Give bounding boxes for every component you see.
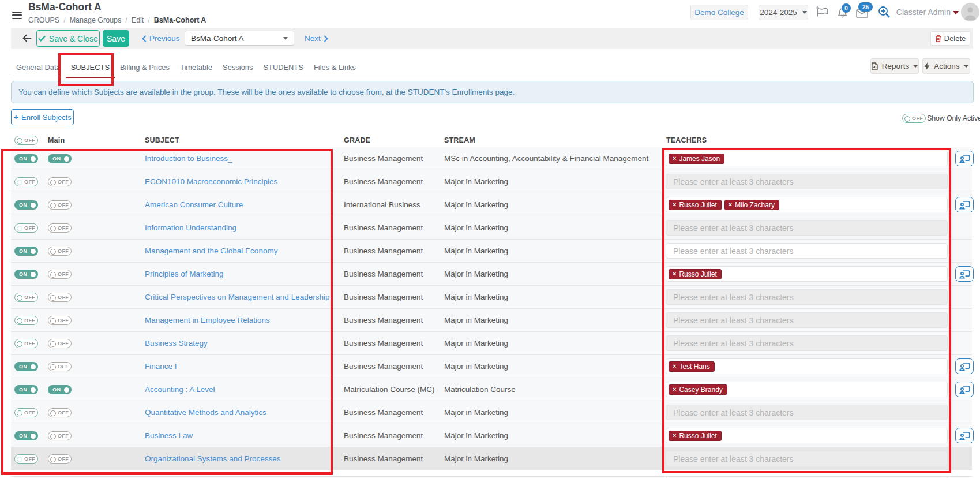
subject-link[interactable]: Management and the Global Economy <box>145 240 277 262</box>
subject-active-toggle[interactable]: OFF <box>14 454 38 464</box>
breadcrumb-item[interactable]: GROUPS <box>28 16 59 24</box>
remove-teacher-icon[interactable]: × <box>729 201 732 208</box>
subject-active-toggle[interactable]: ON <box>14 154 38 163</box>
subject-main-toggle[interactable]: OFF <box>48 339 72 348</box>
remove-teacher-icon[interactable]: × <box>673 155 676 162</box>
subject-link[interactable]: Accounting : A Level <box>145 378 215 401</box>
subject-link[interactable]: Management in Employee Relations <box>145 309 270 331</box>
teacher-chip[interactable]: ×Test Hans <box>669 361 715 372</box>
back-arrow-button[interactable] <box>22 33 32 43</box>
reports-dropdown-button[interactable]: Reports <box>870 58 919 74</box>
subject-active-toggle[interactable]: ON <box>14 385 38 394</box>
subject-link[interactable]: Business Law <box>145 424 193 447</box>
teachers-select-input[interactable]: ×Russo Juliet <box>666 266 948 282</box>
show-only-active-toggle[interactable]: OFF <box>902 114 926 123</box>
teachers-select-input[interactable]: Please enter at least 3 characters <box>666 312 948 328</box>
subject-main-toggle[interactable]: OFF <box>48 431 72 440</box>
teachers-select-input[interactable]: Please enter at least 3 characters <box>666 335 948 351</box>
breadcrumb-item[interactable]: Edit <box>132 16 144 24</box>
teachers-select-input[interactable]: Please enter at least 3 characters <box>666 243 948 259</box>
teacher-chip[interactable]: ×Casey Brandy <box>669 384 727 395</box>
subject-main-toggle[interactable]: OFF <box>48 270 72 279</box>
subject-active-toggle[interactable]: ON <box>14 247 38 256</box>
save-and-close-button[interactable]: Save & Close <box>36 30 100 47</box>
subject-main-toggle[interactable]: ON <box>48 154 72 163</box>
teachers-select-input[interactable]: Please enter at least 3 characters <box>666 405 948 420</box>
subject-main-toggle[interactable]: OFF <box>48 177 72 186</box>
teacher-chip[interactable]: ×Milo Zachary <box>724 200 779 210</box>
institute-button[interactable]: Demo College <box>690 5 748 20</box>
teachers-select-input[interactable]: ×Russo Juliet×Milo Zachary <box>666 197 948 212</box>
remove-teacher-icon[interactable]: × <box>673 432 676 439</box>
subject-main-toggle[interactable]: OFF <box>48 316 72 325</box>
master-active-toggle[interactable]: OFF <box>14 136 38 145</box>
subject-link[interactable]: Critical Perspectives on Management and … <box>145 286 329 308</box>
actions-dropdown-button[interactable]: Actions <box>922 58 970 74</box>
subject-main-toggle[interactable]: OFF <box>48 293 72 302</box>
subject-main-toggle[interactable]: OFF <box>48 408 72 417</box>
teacher-assignment-button[interactable] <box>955 266 974 282</box>
subject-active-toggle[interactable]: ON <box>14 270 38 279</box>
subject-active-toggle[interactable]: OFF <box>14 316 38 325</box>
tab-billing-prices[interactable]: Billing & Prices <box>115 60 175 77</box>
teacher-assignment-button[interactable] <box>955 197 974 212</box>
tab-timetable[interactable]: Timetable <box>175 60 217 77</box>
tab-sessions[interactable]: Sessions <box>217 60 258 77</box>
teacher-assignment-button[interactable] <box>955 358 974 374</box>
next-record-link[interactable]: Next <box>305 34 328 43</box>
teachers-select-input[interactable]: Please enter at least 3 characters <box>666 174 948 189</box>
hamburger-menu-icon[interactable] <box>12 12 22 19</box>
subject-main-toggle[interactable]: OFF <box>48 362 72 371</box>
subject-active-toggle[interactable]: ON <box>14 362 38 371</box>
subject-main-toggle[interactable]: OFF <box>48 223 72 233</box>
subject-link[interactable]: Principles of Marketing <box>145 263 224 285</box>
academic-year-dropdown[interactable]: 2024-2025 <box>759 5 808 20</box>
teacher-assignment-button[interactable] <box>955 382 974 397</box>
flag-icon[interactable] <box>816 6 829 17</box>
tab-general-data[interactable]: General Data <box>11 60 66 77</box>
teachers-select-input[interactable]: ×Test Hans <box>666 358 948 374</box>
teacher-chip[interactable]: ×Russo Juliet <box>669 431 722 441</box>
subject-link[interactable]: Introduction to Business_ <box>145 147 232 170</box>
subject-main-toggle[interactable]: OFF <box>48 247 72 256</box>
search-zoom-icon[interactable] <box>878 6 891 18</box>
subject-link[interactable]: ECON1010 Macroeconomic Principles <box>145 170 277 193</box>
subject-main-toggle[interactable]: ON <box>48 385 72 394</box>
subject-main-toggle[interactable]: OFF <box>48 200 72 210</box>
teachers-select-input[interactable]: ×James Jason <box>666 151 948 166</box>
subject-active-toggle[interactable]: ON <box>14 431 38 440</box>
remove-teacher-icon[interactable]: × <box>673 201 676 208</box>
teachers-select-input[interactable]: Please enter at least 3 characters <box>666 220 948 236</box>
remove-teacher-icon[interactable]: × <box>673 270 676 277</box>
delete-button[interactable]: Delete <box>930 31 970 46</box>
subject-link[interactable]: Quantitative Methods and Analytics <box>145 401 266 424</box>
subject-link[interactable]: Finance I <box>145 355 177 378</box>
teachers-select-input[interactable]: Please enter at least 3 characters <box>666 451 948 466</box>
teachers-select-input[interactable]: ×Casey Brandy <box>666 382 948 397</box>
teacher-assignment-button[interactable] <box>955 151 974 166</box>
teacher-chip[interactable]: ×Russo Juliet <box>669 269 722 279</box>
subject-main-toggle[interactable]: OFF <box>48 454 72 464</box>
tab-files-links[interactable]: Files & Links <box>309 60 361 77</box>
teachers-select-input[interactable]: ×Russo Juliet <box>666 428 948 443</box>
subject-active-toggle[interactable]: OFF <box>14 223 38 233</box>
avatar[interactable] <box>961 3 979 21</box>
remove-teacher-icon[interactable]: × <box>673 386 676 393</box>
remove-teacher-icon[interactable]: × <box>673 363 676 369</box>
subject-active-toggle[interactable]: OFF <box>14 339 38 348</box>
teachers-select-input[interactable]: Please enter at least 3 characters <box>666 289 948 305</box>
subject-link[interactable]: Organizational Systems and Processes <box>145 447 281 470</box>
subject-link[interactable]: Information Understanding <box>145 216 236 239</box>
subject-link[interactable]: Business Strategy <box>145 332 208 354</box>
breadcrumb-item[interactable]: Manage Groups <box>70 16 122 24</box>
save-button[interactable]: Save <box>103 30 129 47</box>
subject-active-toggle[interactable]: OFF <box>14 177 38 186</box>
teacher-chip[interactable]: ×James Jason <box>669 154 724 164</box>
previous-record-link[interactable]: Previous <box>142 34 180 43</box>
tab-students[interactable]: STUDENTS <box>258 60 308 77</box>
subject-active-toggle[interactable]: OFF <box>14 293 38 302</box>
teacher-assignment-button[interactable] <box>955 428 974 443</box>
enroll-subjects-button[interactable]: + Enroll Subjects <box>11 109 74 125</box>
subject-active-toggle[interactable]: ON <box>14 200 38 210</box>
subject-active-toggle[interactable]: OFF <box>14 408 38 417</box>
